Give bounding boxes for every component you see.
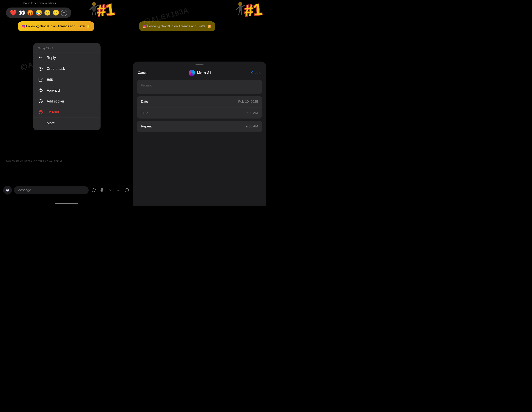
svg-point-18 <box>117 190 118 190</box>
reaction-bar: ❤️ 👀 😡 😂 😑 😶 + <box>6 8 71 18</box>
date-time-section: Date Feb 10, 2025 Time 9:00 AM <box>137 96 262 119</box>
svg-point-0 <box>92 2 96 6</box>
svg-point-15 <box>8 189 9 189</box>
date-label: Date <box>141 100 148 104</box>
right-panel: #1 Follow @alex193a on Threads and Twitt… <box>133 0 266 206</box>
repeat-row[interactable]: Repeat 9:00 AM <box>137 121 262 132</box>
edit-label: Edit <box>47 78 53 82</box>
message-bubble-yellow-left: Follow @alex193a on Threads and Twitter … <box>18 21 94 31</box>
context-menu-more[interactable]: More <box>33 118 101 128</box>
reaction-neutral[interactable]: 😑 <box>44 9 51 16</box>
modal-title: Meta AI <box>189 70 211 76</box>
message-placeholder: Message... <box>18 188 34 192</box>
number-one-sticker-right: #1 <box>244 0 263 20</box>
svg-line-3 <box>95 5 98 7</box>
reply-label: Reply <box>47 56 56 60</box>
svg-rect-25 <box>239 6 242 11</box>
left-panel: Swipe to see more reactions ❤️ 👀 😡 😂 😑 😶… <box>0 0 133 206</box>
reaction-hint: Swipe to see more reactions <box>6 2 73 5</box>
create-button[interactable]: Create <box>251 71 261 75</box>
sticker-icon <box>38 99 43 104</box>
context-menu-create-task[interactable]: Create task <box>33 63 101 74</box>
cancel-button[interactable]: Cancel <box>138 71 148 75</box>
reply-icon <box>38 55 43 60</box>
ellipsis-icon[interactable] <box>115 187 122 193</box>
svg-point-14 <box>7 190 8 191</box>
reaction-angry[interactable]: 😡 <box>27 9 34 16</box>
repeat-section: Repeat 9:00 AM <box>137 121 262 132</box>
modal-title-text: Meta AI <box>197 71 211 75</box>
repeat-value: 9:00 AM <box>246 124 258 128</box>
prompt-area[interactable]: Prompt <box>137 80 262 94</box>
svg-point-11 <box>39 110 42 114</box>
context-menu-time: Today 22:47 <box>33 45 101 52</box>
time-label: Time <box>141 111 148 115</box>
forward-label: Forward <box>47 88 60 93</box>
create-task-label: Create task <box>47 67 65 71</box>
svg-line-26 <box>236 7 239 10</box>
follow-text: FOLLOW ME ON HTTPS://TWITTER.COM/ALEX193… <box>6 160 62 162</box>
svg-line-4 <box>92 11 93 15</box>
refresh-icon[interactable] <box>91 187 96 193</box>
clock-icon <box>38 66 43 71</box>
modal-handle <box>196 64 203 65</box>
svg-point-20 <box>120 190 120 190</box>
message-input-field[interactable]: Message... <box>14 186 89 194</box>
more-icon <box>38 121 43 126</box>
reaction-heart[interactable]: ❤️ <box>10 9 17 16</box>
reaction-shy[interactable]: 😶 <box>52 9 59 16</box>
prompt-placeholder: Prompt <box>141 84 152 87</box>
svg-point-24 <box>238 2 242 6</box>
message-text-left: Follow @alex193a on Threads and Twitter … <box>26 25 90 28</box>
avatar-character-left <box>88 2 100 18</box>
svg-line-28 <box>239 11 239 15</box>
time-value: 9:00 AM <box>246 111 258 115</box>
message-text-right: Follow @alex193a on Threads and Twitter … <box>147 25 211 28</box>
avatar-character-right <box>234 2 246 18</box>
reaction-more-button[interactable]: + <box>61 10 67 16</box>
unsend-label: Unsend <box>47 110 59 114</box>
instagram-icon-left <box>22 25 25 28</box>
context-menu-forward[interactable]: Forward <box>33 85 101 96</box>
message-input-bar: Message... <box>0 184 133 196</box>
reaction-eyes[interactable]: 👀 <box>19 9 25 16</box>
add-sticker-label: Add sticker <box>47 99 64 103</box>
context-menu-add-sticker[interactable]: Add sticker <box>33 96 101 107</box>
unsend-icon <box>38 110 43 115</box>
date-row[interactable]: Date Feb 10, 2025 <box>137 96 262 107</box>
svg-line-2 <box>90 7 92 10</box>
svg-point-19 <box>118 190 119 190</box>
context-menu-unsend[interactable]: Unsend <box>33 107 101 118</box>
meta-ai-modal: Cancel Meta AI Create Prompt Date Feb 10… <box>133 62 266 206</box>
meta-ai-icon <box>189 70 195 76</box>
context-menu-edit[interactable]: Edit <box>33 74 101 85</box>
svg-line-27 <box>242 5 245 7</box>
svg-rect-1 <box>92 6 95 11</box>
modal-header: Cancel Meta AI Create <box>133 66 266 80</box>
more-label: More <box>47 121 55 125</box>
camera-button[interactable] <box>3 186 12 195</box>
pencil-icon <box>38 77 43 82</box>
svg-marker-7 <box>39 89 42 92</box>
context-menu-reply[interactable]: Reply <box>33 52 101 63</box>
toolbar-icons <box>91 187 130 193</box>
reaction-laugh[interactable]: 😂 <box>35 9 42 16</box>
mic-icon[interactable] <box>99 187 105 193</box>
home-indicator-left <box>55 203 78 204</box>
forward-icon <box>38 88 43 93</box>
svg-line-5 <box>95 11 95 15</box>
svg-line-29 <box>241 11 242 15</box>
context-menu: Today 22:47 Reply Create task <box>33 43 101 131</box>
date-value: Feb 10, 2025 <box>238 100 258 104</box>
repeat-label: Repeat <box>141 124 152 128</box>
time-row[interactable]: Time 9:00 AM <box>137 107 262 119</box>
wave-icon[interactable] <box>107 187 113 193</box>
add-icon[interactable] <box>124 187 130 193</box>
